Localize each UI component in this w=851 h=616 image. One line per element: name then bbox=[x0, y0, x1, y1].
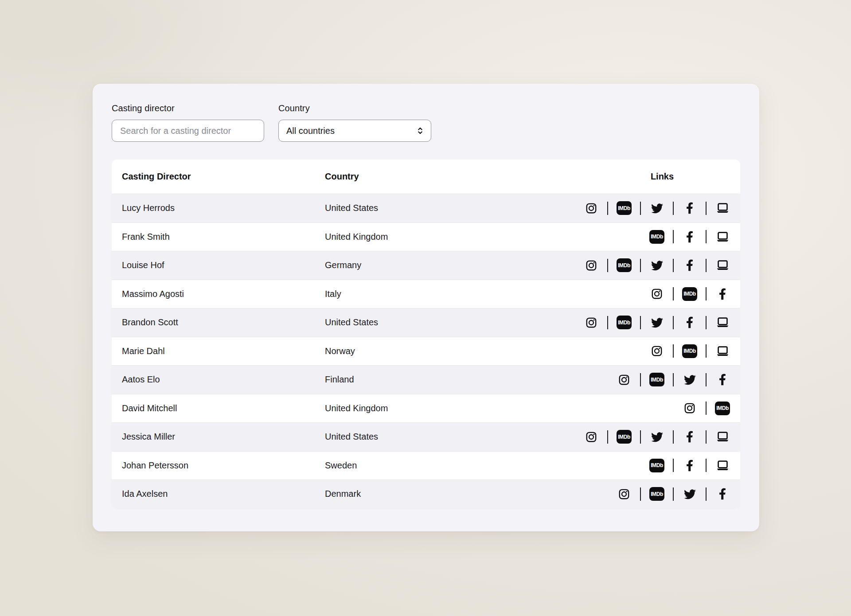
casting-directors-table: Casting Director Country Links Lucy Herr… bbox=[112, 160, 740, 508]
table-row: Aatos EloFinlandIMDb bbox=[112, 365, 740, 394]
link-divider bbox=[673, 287, 674, 300]
facebook-icon[interactable] bbox=[682, 201, 697, 216]
country-label: Country bbox=[278, 103, 431, 113]
director-name-cell: Aatos Elo bbox=[122, 374, 325, 385]
header-country: Country bbox=[325, 172, 570, 182]
links-cell: IMDb bbox=[570, 372, 730, 387]
table-row: Brandon ScottUnited StatesIMDb bbox=[112, 308, 740, 337]
facebook-icon[interactable] bbox=[682, 315, 697, 330]
table-row: Jessica MillerUnited StatesIMDb bbox=[112, 422, 740, 451]
imdb-icon[interactable]: IMDb bbox=[682, 343, 697, 359]
imdb-icon[interactable]: IMDb bbox=[649, 372, 664, 387]
link-divider bbox=[640, 487, 641, 501]
facebook-icon[interactable] bbox=[715, 487, 730, 502]
imdb-icon[interactable]: IMDb bbox=[617, 201, 632, 216]
link-divider bbox=[706, 259, 707, 272]
imdb-icon[interactable]: IMDb bbox=[617, 315, 632, 330]
imdb-icon[interactable]: IMDb bbox=[715, 401, 730, 416]
link-divider bbox=[640, 373, 641, 386]
imdb-icon[interactable]: IMDb bbox=[617, 429, 632, 444]
header-casting-director: Casting Director bbox=[122, 172, 325, 182]
links-cell: IMDb bbox=[570, 286, 730, 301]
imdb-icon[interactable]: IMDb bbox=[617, 258, 632, 273]
imdb-icon[interactable]: IMDb bbox=[682, 286, 697, 301]
country-select-value: All countries bbox=[286, 126, 335, 136]
links-cell: IMDb bbox=[570, 201, 730, 216]
facebook-icon[interactable] bbox=[682, 458, 697, 473]
twitter-icon[interactable] bbox=[649, 429, 664, 444]
website-icon[interactable] bbox=[715, 258, 730, 273]
website-icon[interactable] bbox=[715, 315, 730, 330]
twitter-icon[interactable] bbox=[682, 372, 697, 387]
search-input[interactable] bbox=[112, 120, 264, 142]
link-divider bbox=[673, 459, 674, 472]
links-cell: IMDb bbox=[570, 315, 730, 330]
imdb-icon[interactable]: IMDb bbox=[649, 229, 664, 244]
link-divider bbox=[706, 230, 707, 243]
link-divider bbox=[706, 202, 707, 215]
twitter-icon[interactable] bbox=[649, 201, 664, 216]
director-name-cell: Ida Axelsen bbox=[122, 489, 325, 499]
links-cell: IMDb bbox=[570, 487, 730, 502]
instagram-icon[interactable] bbox=[682, 401, 697, 416]
website-icon[interactable] bbox=[715, 229, 730, 244]
country-cell: Finland bbox=[325, 374, 570, 385]
table-header-row: Casting Director Country Links bbox=[112, 160, 740, 194]
facebook-icon[interactable] bbox=[682, 429, 697, 444]
casting-director-label: Casting director bbox=[112, 103, 264, 113]
website-icon[interactable] bbox=[715, 429, 730, 444]
director-name-cell: Brandon Scott bbox=[122, 317, 325, 327]
director-name-cell: Johan Petersson bbox=[122, 460, 325, 471]
link-divider bbox=[640, 430, 641, 444]
imdb-icon[interactable]: IMDb bbox=[649, 487, 664, 502]
instagram-icon[interactable] bbox=[649, 343, 664, 359]
country-cell: United Kingdom bbox=[325, 403, 570, 413]
instagram-icon[interactable] bbox=[584, 258, 599, 273]
facebook-icon[interactable] bbox=[715, 372, 730, 387]
country-cell: Italy bbox=[325, 289, 570, 299]
country-cell: United Kingdom bbox=[325, 232, 570, 242]
director-name-cell: Frank Smith bbox=[122, 232, 325, 242]
header-links: Links bbox=[570, 172, 730, 182]
country-cell: United States bbox=[325, 203, 570, 213]
website-icon[interactable] bbox=[715, 201, 730, 216]
link-divider bbox=[706, 402, 707, 415]
filter-bar: Casting director Country All countries bbox=[112, 103, 431, 142]
director-name-cell: Marie Dahl bbox=[122, 346, 325, 356]
country-cell: Sweden bbox=[325, 460, 570, 471]
twitter-icon[interactable] bbox=[649, 315, 664, 330]
link-divider bbox=[706, 316, 707, 329]
table-row: David MitchellUnited KingdomIMDb bbox=[112, 394, 740, 423]
link-divider bbox=[607, 259, 608, 272]
instagram-icon[interactable] bbox=[617, 372, 632, 387]
link-divider bbox=[706, 344, 707, 358]
facebook-icon[interactable] bbox=[682, 258, 697, 273]
link-divider bbox=[673, 259, 674, 272]
twitter-icon[interactable] bbox=[682, 487, 697, 502]
table-row: Louise HofGermanyIMDb bbox=[112, 251, 740, 280]
imdb-icon[interactable]: IMDb bbox=[649, 458, 664, 473]
facebook-icon[interactable] bbox=[715, 286, 730, 301]
link-divider bbox=[673, 373, 674, 386]
instagram-icon[interactable] bbox=[617, 487, 632, 502]
link-divider bbox=[640, 202, 641, 215]
facebook-icon[interactable] bbox=[682, 229, 697, 244]
instagram-icon[interactable] bbox=[584, 429, 599, 444]
instagram-icon[interactable] bbox=[649, 286, 664, 301]
link-divider bbox=[706, 287, 707, 300]
link-divider bbox=[640, 316, 641, 329]
link-divider bbox=[640, 259, 641, 272]
website-icon[interactable] bbox=[715, 458, 730, 473]
instagram-icon[interactable] bbox=[584, 201, 599, 216]
link-divider bbox=[706, 487, 707, 501]
link-divider bbox=[673, 316, 674, 329]
instagram-icon[interactable] bbox=[584, 315, 599, 330]
twitter-icon[interactable] bbox=[649, 258, 664, 273]
link-divider bbox=[706, 459, 707, 472]
link-divider bbox=[706, 430, 707, 444]
country-select[interactable]: All countries bbox=[278, 120, 431, 142]
website-icon[interactable] bbox=[715, 343, 730, 359]
table-row: Johan PeterssonSwedenIMDb bbox=[112, 451, 740, 480]
links-cell: IMDb bbox=[570, 458, 730, 473]
link-divider bbox=[673, 202, 674, 215]
